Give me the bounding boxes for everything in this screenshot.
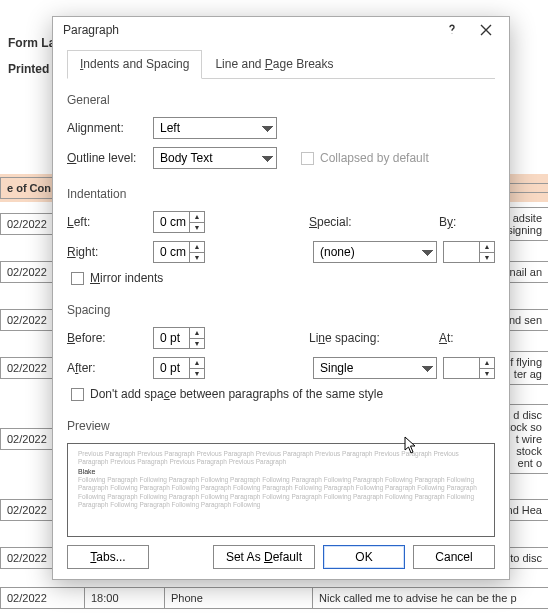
dialog-title: Paragraph	[63, 23, 119, 37]
indent-left-spinner[interactable]: ▲▼	[189, 212, 204, 232]
indent-right-spinner[interactable]: ▲▼	[189, 242, 204, 262]
at-label: At:At:	[439, 331, 495, 345]
help-button[interactable]	[435, 17, 469, 43]
preview-sample-text: Blake	[78, 467, 484, 476]
bg-label-printed: Printed	[2, 56, 55, 82]
section-indentation: Indentation	[67, 187, 495, 201]
cancel-button[interactable]: Cancel	[413, 545, 495, 569]
indent-left-label: Left:Left:	[67, 215, 153, 229]
special-label: Special:Special:	[309, 215, 439, 229]
before-label: Before:Before:	[67, 331, 153, 345]
at-spinner[interactable]: ▲▼	[479, 358, 494, 378]
alignment-label: Alignment:Alignment:	[67, 121, 153, 135]
close-button[interactable]	[469, 17, 503, 43]
indent-right-label: Right:Right:	[67, 245, 153, 259]
alignment-select[interactable]: Left	[153, 117, 277, 139]
before-spinner[interactable]: ▲▼	[189, 328, 204, 348]
section-preview: Preview	[67, 419, 495, 433]
after-label: After:After:	[67, 361, 153, 375]
line-spacing-select[interactable]: Single	[313, 357, 437, 379]
cursor-icon	[404, 436, 418, 457]
by-spinner[interactable]: ▲▼	[479, 242, 494, 262]
dialog-titlebar: Paragraph	[53, 17, 509, 43]
tabs-button[interactable]: Tabs...Tabs...	[67, 545, 149, 569]
preview-prev-text: Previous Paragraph Previous Paragraph Pr…	[78, 450, 484, 467]
set-default-button[interactable]: Set As DefaultSet As Default	[213, 545, 315, 569]
tab-strip: IIndents and Spacingndents and Spacing L…	[67, 49, 495, 79]
mirror-label: Mirror indentsMirror indents	[90, 271, 163, 285]
preview-following-text: Following Paragraph Following Paragraph …	[78, 476, 484, 510]
section-general: General	[67, 93, 495, 107]
by-label: By:By:	[439, 215, 495, 229]
outline-label: Outline level:Outline level:	[67, 151, 153, 165]
collapsed-checkbox	[301, 152, 314, 165]
paragraph-dialog: Paragraph IIndents and Spacingndents and…	[52, 16, 510, 580]
mirror-checkbox[interactable]	[71, 272, 84, 285]
tab-indents-spacing[interactable]: IIndents and Spacingndents and Spacing	[67, 50, 202, 79]
collapsed-label: Collapsed by default	[320, 151, 429, 165]
special-select[interactable]: (none)	[313, 241, 437, 263]
preview-box: Previous Paragraph Previous Paragraph Pr…	[67, 443, 495, 537]
line-spacing-label: Line spacing:Line spacing:	[309, 331, 439, 345]
dont-add-space-checkbox[interactable]	[71, 388, 84, 401]
dont-add-space-label: Don't add space between paragraphs of th…	[90, 387, 383, 401]
outline-select[interactable]: Body Text	[153, 147, 277, 169]
ok-button[interactable]: OK	[323, 545, 405, 569]
after-spinner[interactable]: ▲▼	[189, 358, 204, 378]
tab-line-page-breaks[interactable]: Line and Page BreaksLine and Page Breaks	[202, 50, 346, 79]
section-spacing: Spacing	[67, 303, 495, 317]
